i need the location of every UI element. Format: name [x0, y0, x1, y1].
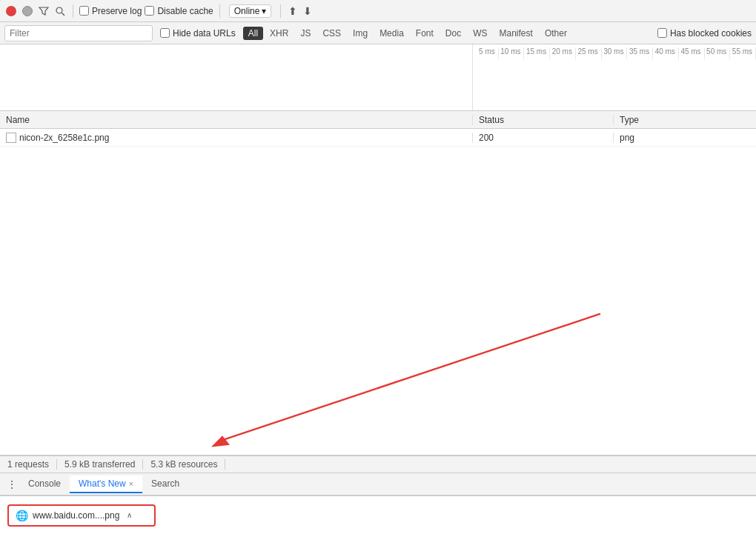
filter-type-all[interactable]: All	[243, 27, 263, 40]
hide-data-urls-checkbox[interactable]	[160, 28, 170, 38]
filter-type-img[interactable]: Img	[348, 27, 373, 40]
disable-cache-text: Disable cache	[157, 6, 213, 16]
filter-type-xhr[interactable]: XHR	[265, 27, 294, 40]
download-button[interactable]: ⬇	[302, 4, 314, 19]
toolbar: Preserve log Disable cache Online ▾ ⬆ ⬇	[0, 0, 756, 22]
filter-type-ws[interactable]: WS	[468, 27, 492, 40]
table-row[interactable]: nicon-2x_6258e1c.png200png	[0, 129, 756, 147]
timeline-ticks: 5 ms10 ms15 ms20 ms25 ms30 ms35 ms40 ms4…	[473, 44, 756, 59]
table-header: Name Status Type	[0, 111, 756, 129]
search-button[interactable]	[53, 4, 67, 18]
bottom-url-box[interactable]: 🌐 www.baidu.com....png ∧	[7, 504, 156, 527]
filter-type-media[interactable]: Media	[374, 27, 409, 40]
disable-cache-label[interactable]: Disable cache	[145, 6, 213, 16]
url-chevron-up-icon: ∧	[127, 511, 132, 519]
filter-type-doc[interactable]: Doc	[440, 27, 466, 40]
network-panel: 5 ms10 ms15 ms20 ms25 ms30 ms35 ms40 ms4…	[0, 44, 756, 455]
filter-button[interactable]	[37, 4, 50, 18]
timeline-bar-area	[473, 59, 756, 110]
tabs-more-button[interactable]: ⋮	[4, 477, 19, 492]
timeline-tick: 40 ms	[653, 47, 679, 59]
svg-point-1	[56, 7, 62, 13]
filter-type-js[interactable]: JS	[295, 27, 316, 40]
clear-button[interactable]	[21, 4, 34, 18]
timeline-tick: 55 ms	[730, 47, 756, 59]
filter-type-font[interactable]: Font	[411, 27, 439, 40]
preserve-log-label[interactable]: Preserve log	[79, 6, 142, 16]
filter-icon	[39, 6, 49, 16]
tab-console[interactable]: Console	[19, 475, 70, 493]
filter-type-manifest[interactable]: Manifest	[494, 27, 538, 40]
timeline-tick: 5 ms	[473, 47, 499, 59]
bottom-panel: 🌐 www.baidu.com....png ∧	[0, 495, 756, 534]
timeline-time-col: 5 ms10 ms15 ms20 ms25 ms30 ms35 ms40 ms4…	[473, 44, 756, 110]
record-icon	[6, 6, 16, 16]
preserve-log-text: Preserve log	[92, 6, 142, 16]
timeline-ruler: 5 ms10 ms15 ms20 ms25 ms30 ms35 ms40 ms4…	[0, 44, 756, 111]
bottom-tabs: ⋮ ConsoleWhat's New×Search	[0, 473, 756, 495]
blocked-cookies-text: Has blocked cookies	[670, 28, 752, 39]
filter-type-other[interactable]: Other	[540, 27, 572, 40]
bottom-tabs-container: ConsoleWhat's New×Search	[19, 475, 188, 493]
filter-bar: Hide data URLs AllXHRJSCSSImgMediaFontDo…	[0, 22, 756, 44]
timeline-tick: 35 ms	[627, 47, 653, 59]
hide-data-urls-label[interactable]: Hide data URLs	[160, 28, 236, 39]
resources-status: 5.3 kB resources	[143, 459, 225, 470]
timeline-tick: 10 ms	[499, 47, 525, 59]
tab-close-icon[interactable]: ×	[129, 479, 133, 488]
separator-2	[219, 4, 220, 18]
timeline-tick: 30 ms	[602, 47, 628, 59]
file-icon	[6, 133, 16, 143]
disable-cache-checkbox[interactable]	[145, 6, 154, 16]
filter-input[interactable]	[4, 25, 153, 41]
hide-data-urls-text: Hide data URLs	[173, 28, 236, 39]
preserve-log-checkbox[interactable]	[79, 6, 89, 16]
col-type-header[interactable]: Type	[614, 115, 756, 125]
svg-marker-0	[39, 7, 48, 15]
tab-search[interactable]: Search	[142, 475, 188, 493]
online-select[interactable]: Online ▾	[229, 4, 272, 18]
filter-type-css[interactable]: CSS	[317, 27, 346, 40]
requests-status: 1 requests	[7, 459, 57, 470]
record-button[interactable]	[4, 4, 18, 18]
table-rows: nicon-2x_6258e1c.png200png	[0, 129, 756, 147]
col-status-header[interactable]: Status	[473, 115, 614, 125]
timeline-tick: 15 ms	[524, 47, 550, 59]
blocked-cookies-checkbox[interactable]	[657, 28, 667, 38]
search-icon	[55, 6, 65, 16]
online-label: Online	[234, 6, 260, 16]
separator-3	[280, 4, 281, 18]
clear-icon	[22, 6, 33, 16]
row-type: png	[614, 133, 756, 143]
transferred-status: 5.9 kB transferred	[57, 459, 143, 470]
timeline-tick: 45 ms	[679, 47, 705, 59]
network-table[interactable]: Name Status Type nicon-2x_6258e1c.png200…	[0, 111, 756, 455]
col-name-header[interactable]: Name	[0, 115, 473, 125]
row-status: 200	[473, 133, 614, 143]
timeline-name-col	[0, 44, 473, 110]
upload-button[interactable]: ⬆	[287, 4, 299, 19]
bottom-url-text: www.baidu.com....png	[33, 510, 119, 521]
status-bar: 1 requests 5.9 kB transferred 5.3 kB res…	[0, 455, 756, 473]
filter-types: AllXHRJSCSSImgMediaFontDocWSManifestOthe…	[243, 27, 572, 40]
timeline-tick: 50 ms	[705, 47, 731, 59]
blocked-cookies-label[interactable]: Has blocked cookies	[657, 28, 752, 39]
row-name: nicon-2x_6258e1c.png	[0, 133, 473, 143]
tab-whats-new[interactable]: What's New×	[70, 475, 142, 493]
svg-line-2	[62, 13, 65, 16]
timeline-tick: 20 ms	[550, 47, 576, 59]
chevron-down-icon: ▾	[262, 6, 266, 16]
separator-1	[73, 4, 73, 18]
timeline-tick: 25 ms	[576, 47, 602, 59]
url-globe-icon: 🌐	[15, 509, 28, 522]
